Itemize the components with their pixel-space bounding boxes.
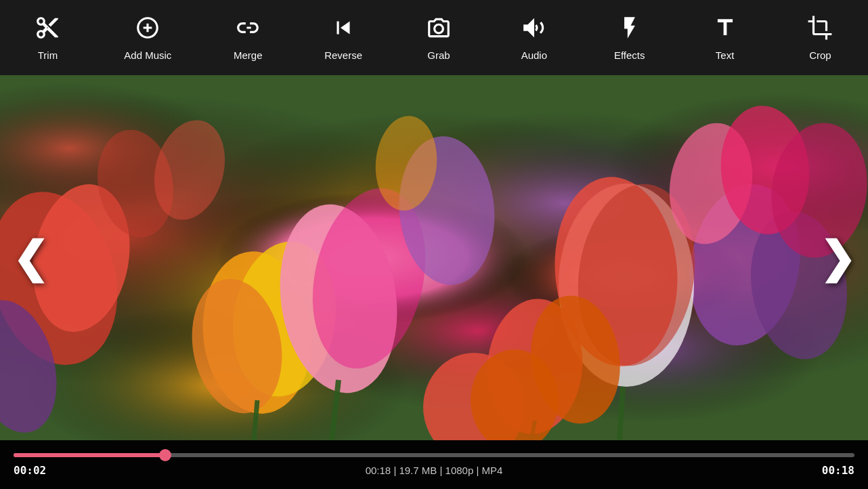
audio-label: Audio <box>521 49 547 61</box>
trim-button[interactable]: Trim <box>20 9 74 66</box>
grab-button[interactable]: Grab <box>412 9 466 66</box>
toolbar: Trim Add Music Merge Reverse <box>0 0 868 75</box>
effects-icon <box>617 15 643 44</box>
merge-label: Merge <box>234 49 263 61</box>
svg-line-33 <box>254 400 257 440</box>
reverse-label: Reverse <box>324 49 362 61</box>
text-button[interactable]: Text <box>698 9 752 66</box>
crop-button[interactable]: Crop <box>793 9 847 66</box>
reverse-icon <box>330 15 356 44</box>
reverse-button[interactable]: Reverse <box>316 9 370 66</box>
video-info: 00:18 | 19.7 MB | 1080p | MP4 <box>366 465 503 476</box>
progress-thumb[interactable] <box>159 449 171 461</box>
time-info: 00:02 00:18 | 19.7 MB | 1080p | MP4 00:1… <box>14 464 854 477</box>
right-chevron-icon: ❯ <box>819 234 856 282</box>
grab-icon <box>426 15 452 44</box>
tulip-overlay <box>0 75 868 440</box>
crop-icon <box>807 15 833 44</box>
next-arrow-button[interactable]: ❯ <box>819 236 856 280</box>
add-music-label: Add Music <box>124 49 171 61</box>
crop-label: Crop <box>809 49 831 61</box>
audio-icon <box>521 15 547 44</box>
trim-label: Trim <box>38 49 58 61</box>
left-chevron-icon: ❮ <box>12 234 49 282</box>
progress-bar[interactable] <box>14 453 854 457</box>
progress-fill <box>14 453 165 457</box>
add-music-button[interactable]: Add Music <box>116 9 179 66</box>
merge-icon <box>235 15 261 44</box>
merge-button[interactable]: Merge <box>221 9 275 66</box>
effects-button[interactable]: Effects <box>603 9 657 66</box>
current-time: 00:02 <box>14 464 46 477</box>
effects-label: Effects <box>614 49 645 61</box>
audio-button[interactable]: Audio <box>507 9 561 66</box>
prev-arrow-button[interactable]: ❮ <box>12 236 49 280</box>
svg-line-32 <box>620 387 623 440</box>
text-label: Text <box>716 49 735 61</box>
add-music-icon <box>135 15 160 44</box>
trim-icon <box>35 15 60 44</box>
video-area: ❮ ❯ <box>0 75 868 440</box>
bottom-bar: 00:02 00:18 | 19.7 MB | 1080p | MP4 00:1… <box>0 440 868 489</box>
text-icon <box>712 15 738 44</box>
grab-label: Grab <box>427 49 450 61</box>
total-time: 00:18 <box>822 464 854 477</box>
